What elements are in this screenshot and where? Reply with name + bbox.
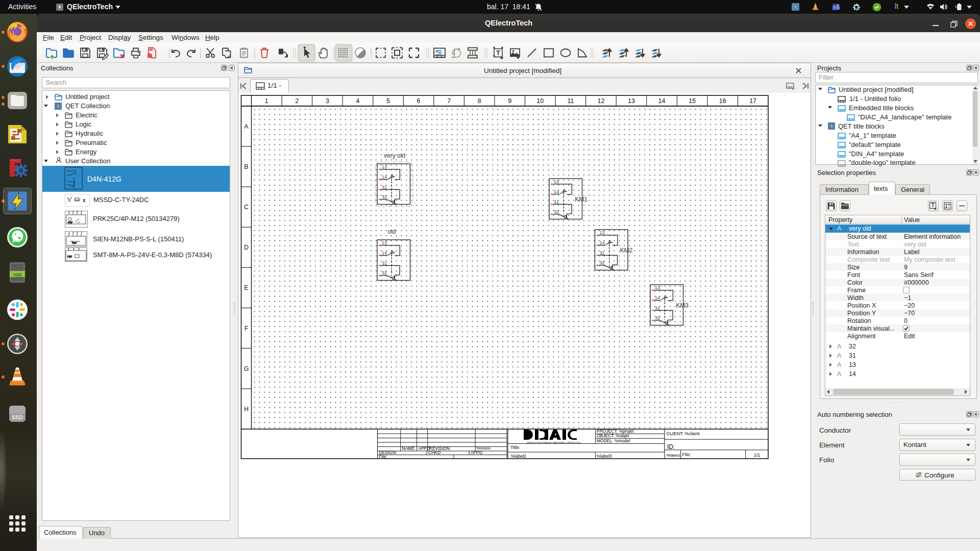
- svg-text:PNP: PNP: [67, 256, 72, 258]
- svg-text:13: 13: [600, 230, 605, 235]
- svg-text:ID:: ID:: [667, 443, 675, 450]
- svg-text:KM2: KM2: [620, 247, 633, 254]
- svg-text:KM1: KM1: [575, 196, 587, 203]
- svg-text:31: 31: [382, 261, 387, 266]
- svg-text:17: 17: [749, 97, 756, 105]
- svg-text:2: 2: [295, 97, 299, 105]
- svg-text:14: 14: [600, 240, 605, 245]
- svg-text:31: 31: [655, 306, 660, 311]
- svg-text:C: C: [244, 204, 249, 211]
- svg-text:APPD: APPD: [471, 450, 482, 455]
- svg-text:8: 8: [478, 97, 481, 105]
- svg-text:MODEL: %model: MODEL: %model: [597, 438, 630, 443]
- svg-text:13: 13: [382, 240, 387, 245]
- svg-text:16: 16: [719, 97, 726, 105]
- svg-text:%label3: %label3: [597, 454, 612, 459]
- svg-text:PNP: PNP: [72, 242, 77, 244]
- svg-text:CLIENT: %client: CLIENT: %client: [667, 431, 700, 436]
- svg-text:11: 11: [567, 97, 574, 105]
- svg-text:14: 14: [382, 174, 387, 180]
- svg-text:14: 14: [655, 295, 660, 300]
- svg-text:32: 32: [382, 194, 387, 199]
- svg-text:4: 4: [356, 97, 359, 105]
- svg-text:F: F: [244, 325, 249, 332]
- svg-text:%label1: %label1: [666, 453, 681, 458]
- svg-text:B: B: [244, 163, 248, 170]
- svg-text:14: 14: [554, 189, 559, 194]
- svg-text:D: D: [244, 244, 249, 251]
- svg-text:T: T: [931, 203, 934, 208]
- svg-text:31: 31: [600, 251, 605, 256]
- svg-text:DESIGN OF INDUSTRIAL AUTOMATIO: DESIGN OF INDUSTRIAL AUTOMATION AND CONS…: [527, 442, 580, 444]
- svg-text:1: 1: [265, 97, 268, 105]
- svg-text:10: 10: [536, 97, 544, 105]
- svg-text:%label2: %label2: [511, 454, 527, 459]
- svg-text:%revision: %revision: [476, 446, 491, 450]
- svg-text:G: G: [244, 365, 249, 372]
- svg-text:File:: File:: [379, 454, 387, 459]
- svg-text:old: old: [387, 228, 396, 235]
- svg-text:1/1: 1/1: [754, 453, 761, 458]
- svg-text:15: 15: [689, 97, 696, 105]
- svg-text:13: 13: [554, 179, 559, 184]
- svg-text:E: E: [244, 284, 248, 291]
- svg-text:6: 6: [417, 97, 421, 105]
- svg-text:32: 32: [655, 315, 660, 320]
- svg-text:Z: Z: [83, 199, 85, 202]
- svg-text:32: 32: [382, 270, 387, 276]
- svg-text:CHKD: CHKD: [428, 450, 440, 455]
- svg-text:13: 13: [628, 97, 635, 105]
- svg-text:KM3: KM3: [676, 302, 689, 309]
- svg-text:Title:: Title:: [510, 445, 520, 450]
- svg-text:nqq: nqq: [13, 272, 21, 278]
- svg-text:SSD: SSD: [12, 414, 23, 420]
- svg-text:13: 13: [382, 164, 387, 169]
- svg-text:32: 32: [554, 209, 559, 214]
- svg-text:T: T: [834, 6, 836, 9]
- svg-text:32: 32: [600, 260, 605, 265]
- svg-text:7: 7: [447, 97, 451, 105]
- svg-text:3: 3: [326, 97, 329, 105]
- svg-text:13: 13: [655, 285, 660, 290]
- svg-text:31: 31: [554, 199, 559, 205]
- svg-text:9: 9: [508, 97, 511, 105]
- svg-text:T: T: [496, 49, 500, 57]
- svg-text:A: A: [244, 123, 249, 130]
- svg-text:PNP: PNP: [68, 221, 72, 224]
- svg-text:File:: File:: [682, 452, 691, 457]
- svg-text:NAME: NAME: [402, 446, 415, 451]
- svg-text:31: 31: [382, 185, 387, 190]
- svg-text:14: 14: [658, 97, 666, 105]
- svg-text:14: 14: [382, 251, 387, 256]
- svg-text:very old: very old: [384, 152, 405, 159]
- svg-text:12: 12: [597, 97, 604, 105]
- svg-text:5: 5: [386, 97, 390, 105]
- svg-text:H: H: [244, 406, 249, 413]
